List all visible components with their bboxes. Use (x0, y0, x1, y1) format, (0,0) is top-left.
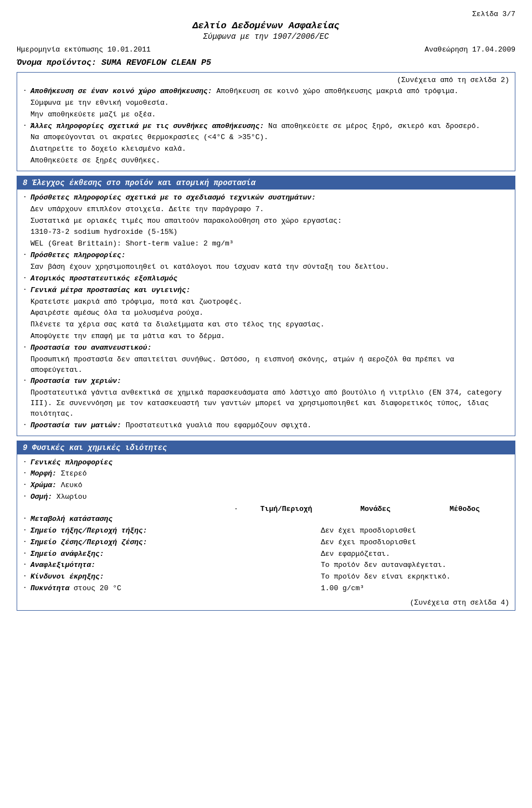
s9-bullet-7: · Σημείο ζέσης/Περιοχή ζέσης: Δεν έχει π… (23, 538, 509, 548)
s8-b7-dot: · (23, 421, 30, 429)
s8-b5-value: Προσωπική προστασία δεν απαιτείται συνήθ… (23, 355, 509, 376)
storage-line5: Διατηρείτε το δοχείο κλεισμένο καλά. (23, 144, 509, 155)
s9-b8-value: Δεν εφαρμόζεται. (321, 549, 509, 560)
s9-b1-text: Γενικές πληροφορίες (30, 458, 509, 468)
section-8-header: 8 Έλεγχος έκθεσης στο προϊόν και ατομική… (17, 176, 515, 190)
s9-b6-value: Δεν έχει προσδιορισθεί (321, 526, 509, 536)
s9-bullet-3: · Χρώμα: Λευκό (23, 480, 509, 491)
table-header-row: · Τιμή/Περιοχή Μονάδες Μέθοδος (23, 505, 509, 513)
print-date: Ημερομηνία εκτύπωσης 10.01.2011 (17, 45, 151, 54)
s8-b7-text: Προστασία των ματιών: Προστατευτικά γυαλ… (30, 421, 509, 431)
s8-b3-text: Ατομικός προστατευτικός εξοπλισμός (30, 274, 509, 284)
s9-b5-text: Μεταβολή κατάστασης (30, 514, 509, 525)
s9-b7-dot: · (23, 538, 30, 546)
section-9: 9 Φυσικές και χημικές ιδιότητες · Γενικέ… (17, 441, 515, 611)
s9-b8-text: Σημείο ανάφλεξης: Δεν εφαρμόζεται. (30, 549, 509, 560)
col-methodos: Μέθοδος (420, 505, 509, 513)
s8-bullet-5: · Προστασία του αναπνευστικού: (23, 343, 509, 354)
s8-b2-dot: · (23, 250, 30, 259)
storage-section: (Συνέχεια από τη σελίδα 2) · Αποθήκευση … (17, 72, 515, 171)
s9-bullet-9: · Αναφλεξιμότητα: Το προϊόν δεν αυταναφλ… (23, 560, 509, 571)
s9-bullet-8: · Σημείο ανάφλεξης: Δεν εφαρμόζεται. (23, 549, 509, 560)
s9-b5-dot: · (23, 514, 30, 523)
section-9-header: 9 Φυσικές και χημικές ιδιότητες (17, 441, 515, 454)
bullet-dot-1: · (23, 86, 30, 95)
bullet-dot-2: · (23, 121, 30, 130)
s9-b2-text: Μορφή: Στερεό (30, 469, 509, 479)
storage-bullet-2: · Άλλες πληροφορίες σχετικά με τις συνθή… (23, 121, 509, 132)
s9-bullet-4: · Οσμή: Χλωρίου (23, 492, 509, 503)
s8-b6-value: Προστατευτικά γάντια ανθεκτικά σε χημικά… (23, 388, 509, 420)
revision-date: Αναθεώρηση 17.04.2009 (424, 45, 515, 54)
doc-meta: Ημερομηνία εκτύπωσης 10.01.2011 Αναθεώρη… (17, 45, 515, 54)
s9-b10-dot: · (23, 572, 30, 580)
storage-line3: Μην αποθηκεύετε μαζί με οξέα. (23, 110, 509, 120)
s9-b9-value: Το προϊόν δεν αυταναφλέγεται. (321, 560, 509, 571)
s8-bullet-3: · Ατομικός προστατευτικός εξοπλισμός (23, 274, 509, 284)
s8-para1: Συστατικά με οριακές τιμές που απαιτούν … (23, 216, 509, 250)
s8-b5-dot: · (23, 343, 30, 351)
s8-b1-dot: · (23, 193, 30, 201)
s8-bullet-1: · Πρόσθετες πληροφορίες σχετικά με το σχ… (23, 193, 509, 203)
storage-bullet-2-text: Άλλες πληροφορίες σχετικά με τις συνθήκε… (30, 121, 509, 132)
s8-bullet-6: · Προστασία των χεριών: (23, 376, 509, 387)
storage-line6: Αποθηκεύετε σε ξηρές συνθήκες. (23, 156, 509, 166)
s9-bullet-11: · Πυκνότητα στους 20 °C 1.00 g/cm³ (23, 584, 509, 594)
s9-b11-text: Πυκνότητα στους 20 °C 1.00 g/cm³ (30, 584, 509, 594)
storage-bullet-1-text: Αποθήκευση σε έναν κοινό χώρο αποθήκευση… (30, 86, 509, 97)
product-name-row: Όνομα προϊόντος: SUMA REVOFLOW CLEAN P5 (17, 58, 515, 68)
s9-bullet-6: · Σημείο τήξης/Περιοχή τήξης: Δεν έχει π… (23, 526, 509, 536)
s9-bullet-10: · Κίνδυνοι έκρηξης: Το προϊόν δεν είναι … (23, 572, 509, 582)
s9-b3-text: Χρώμα: Λευκό (30, 480, 509, 491)
s9-b8-dot: · (23, 549, 30, 558)
s9-b7-value: Δεν έχει προσδιορισθεί (321, 538, 509, 548)
s8-b2-text: Πρόσθετες πληροφορίες: (30, 250, 509, 261)
s9-b11-value: 1.00 g/cm³ (321, 584, 509, 594)
s9-b10-text: Κίνδυνοι έκρηξης: Το προϊόν δεν είναι εκ… (30, 572, 509, 582)
s9-b9-dot: · (23, 560, 30, 569)
s9-b7-text: Σημείο ζέσης/Περιοχή ζέσης: Δεν έχει προ… (30, 538, 509, 548)
storage-line2: Σύμφωνα με την εθνική νομοθεσία. (23, 98, 509, 109)
product-name-value: SUMA REVOFLOW CLEAN P5 (101, 58, 211, 68)
col-monades: Μονάδες (331, 505, 420, 513)
s8-b1-value: Δεν υπάρχουν επιπλέον στοιχεία. Δείτε τη… (23, 204, 509, 215)
continued-to-label: (Συνέχεια στη σελίδα 4) (23, 599, 509, 607)
s8-bullet-4: · Γενικά μέτρα προστασίας και υγιεινής: (23, 285, 509, 296)
s9-b3-dot: · (23, 480, 30, 489)
s8-b4-text: Γενικά μέτρα προστασίας και υγιεινής: (30, 285, 509, 296)
product-label: Όνομα προϊόντος: SUMA REVOFLOW CLEAN P5 (17, 58, 211, 68)
continued-from-label: (Συνέχεια από τη σελίδα 2) (23, 76, 509, 84)
s8-b4-lines: Κρατείστε μακριά από τρόφιμα, ποτά και ζ… (23, 297, 509, 342)
s8-b6-text: Προστασία των χεριών: (30, 376, 509, 387)
section-8: 8 Έλεγχος έκθεσης στο προϊόν και ατομική… (17, 176, 515, 436)
s8-b4-dot: · (23, 285, 30, 294)
table-cols: Τιμή/Περιοχή Μονάδες Μέθοδος (242, 505, 509, 513)
s9-b1-dot: · (23, 458, 30, 466)
s8-b3-dot: · (23, 274, 30, 282)
s9-b10-value: Το προϊόν δεν είναι εκρηκτικό. (321, 572, 509, 582)
s8-bullet-2: · Πρόσθετες πληροφορίες: (23, 250, 509, 261)
s9-b6-text: Σημείο τήξης/Περιοχή τήξης: Δεν έχει προ… (30, 526, 509, 536)
storage-line4: Να αποφεύγονται οι ακραίες θερμοκρασίες … (23, 132, 509, 143)
s9-b6-dot: · (23, 526, 30, 534)
table-dot: · (234, 505, 242, 513)
storage-bullet-1: · Αποθήκευση σε έναν κοινό χώρο αποθήκευ… (23, 86, 509, 97)
doc-title: Δελτίο Δεδομένων Ασφαλείας (17, 21, 515, 31)
s8-b5-text: Προστασία του αναπνευστικού: (30, 343, 509, 354)
s8-b1-text: Πρόσθετες πληροφορίες σχετικά με το σχεδ… (30, 193, 509, 203)
s9-b11-dot: · (23, 584, 30, 592)
s9-b4-dot: · (23, 492, 30, 500)
s9-bullet-2: · Μορφή: Στερεό (23, 469, 509, 479)
s9-b9-text: Αναφλεξιμότητα: Το προϊόν δεν αυταναφλέγ… (30, 560, 509, 571)
s9-bullet-5: · Μεταβολή κατάστασης (23, 514, 509, 525)
s9-b4-text: Οσμή: Χλωρίου (30, 492, 509, 503)
col-timh: Τιμή/Περιοχή (242, 505, 331, 513)
doc-subtitle: Σύμφωνα με την 1907/2006/EC (17, 32, 515, 41)
s8-bullet-7: · Προστασία των ματιών: Προστατευτικά γυ… (23, 421, 509, 431)
s9-b2-dot: · (23, 469, 30, 477)
s9-bullet-1: · Γενικές πληροφορίες (23, 458, 509, 468)
page-number: Σελίδα 3/7 (17, 10, 515, 18)
s8-b6-dot: · (23, 376, 30, 385)
s8-b2-value: Σαν βάση έχουν χρησιμοποιηθεί οι κατάλογ… (23, 262, 509, 273)
